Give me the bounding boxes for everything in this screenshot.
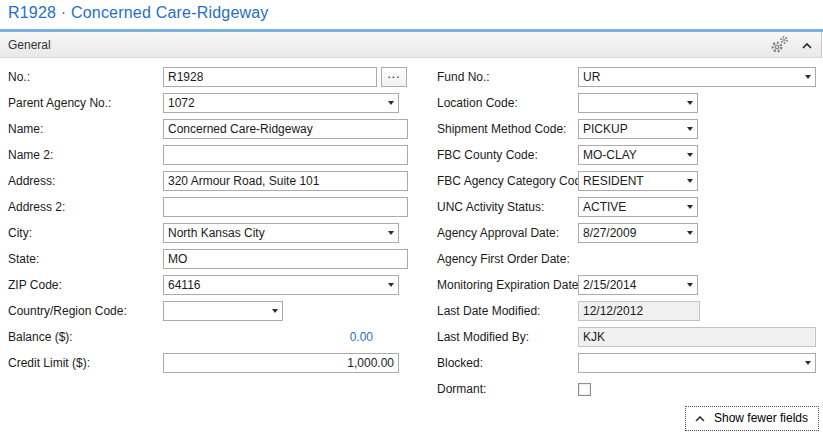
caret-down-icon	[687, 179, 693, 183]
unc-activity-status-dropdown[interactable]: ACTIVE	[578, 197, 698, 217]
monitoring-expiration-date-dropdown[interactable]: 2/15/2014	[578, 275, 698, 295]
last-date-modified-value: 12/12/2012	[583, 304, 643, 318]
monitoring-expiration-date-label: Monitoring Expiration Date:	[437, 278, 578, 292]
no-lookup-button[interactable]: ...	[381, 67, 407, 87]
shipment-method-code-dropdown[interactable]: PICKUP	[578, 119, 698, 139]
fbc-county-code-value: MO-CLAY	[583, 148, 683, 162]
monitoring-expiration-date-value: 2/15/2014	[583, 278, 683, 292]
no-label: No.:	[8, 70, 163, 84]
field-row-city: City: North Kansas City	[8, 220, 410, 246]
field-row-name2: Name 2:	[8, 142, 410, 168]
dormant-label: Dormant:	[437, 382, 578, 396]
field-row-last-modified-by: Last Modified By: KJK	[437, 324, 819, 350]
parent-agency-no-label: Parent Agency No.:	[8, 96, 163, 110]
name-label: Name:	[8, 122, 163, 136]
address2-input[interactable]	[163, 197, 408, 217]
state-input[interactable]	[163, 249, 408, 269]
caret-down-icon	[805, 361, 811, 365]
address2-label: Address 2:	[8, 200, 163, 214]
field-row-name: Name:	[8, 116, 410, 142]
dormant-checkbox[interactable]	[578, 383, 591, 396]
caret-down-icon	[805, 75, 811, 79]
field-row-fund-no: Fund No.: UR	[437, 64, 819, 90]
credit-limit-label: Credit Limit ($):	[8, 356, 163, 370]
shipment-method-code-value: PICKUP	[583, 122, 683, 136]
name2-label: Name 2:	[8, 148, 163, 162]
fbc-agency-category-code-label: FBC Agency Category Code:	[437, 174, 578, 188]
agency-approval-date-dropdown[interactable]: 8/27/2009	[578, 223, 698, 243]
fund-no-value: UR	[583, 70, 801, 84]
field-row-fbc-county-code: FBC County Code: MO-CLAY	[437, 142, 819, 168]
form-column-left: No.: ... Parent Agency No.: 1072 Name: N…	[8, 64, 410, 376]
no-input[interactable]	[163, 67, 377, 87]
fbc-agency-category-code-value: RESIDENT	[583, 174, 683, 188]
shipment-method-code-label: Shipment Method Code:	[437, 122, 578, 136]
caret-down-icon	[687, 153, 693, 157]
location-code-label: Location Code:	[437, 96, 578, 110]
show-fewer-fields-button[interactable]: Show fewer fields	[685, 406, 819, 431]
field-row-address2: Address 2:	[8, 194, 410, 220]
address-label: Address:	[8, 174, 163, 188]
field-row-agency-approval-date: Agency Approval Date: 8/27/2009	[437, 220, 819, 246]
agency-approval-date-label: Agency Approval Date:	[437, 226, 578, 240]
form-column-right: Fund No.: UR Location Code: Shipment Met…	[437, 64, 819, 402]
field-row-balance: Balance ($): 0.00	[8, 324, 410, 350]
unc-activity-status-value: ACTIVE	[583, 200, 683, 214]
address-input[interactable]	[163, 171, 408, 191]
field-row-location-code: Location Code:	[437, 90, 819, 116]
general-fasttab-header[interactable]: General	[0, 32, 822, 58]
caret-down-icon	[388, 283, 394, 287]
gears-icon[interactable]	[769, 35, 790, 54]
city-dropdown[interactable]: North Kansas City	[163, 223, 399, 243]
field-row-state: State:	[8, 246, 410, 272]
last-modified-by-readonly-field: KJK	[578, 327, 816, 347]
caret-down-icon	[687, 101, 693, 105]
city-label: City:	[8, 226, 163, 240]
collapse-fasttab-button[interactable]	[800, 35, 814, 54]
page-title: R1928 · Concerned Care-Ridgeway	[8, 4, 269, 22]
show-fewer-fields-label: Show fewer fields	[714, 411, 808, 425]
field-row-country-region-code: Country/Region Code:	[8, 298, 410, 324]
field-row-dormant: Dormant:	[437, 376, 819, 402]
country-region-code-dropdown[interactable]	[163, 301, 283, 321]
field-row-fbc-agency-category-code: FBC Agency Category Code: RESIDENT	[437, 168, 819, 194]
field-row-unc-activity-status: UNC Activity Status: ACTIVE	[437, 194, 819, 220]
general-fasttab-label: General	[0, 38, 51, 52]
location-code-dropdown[interactable]	[578, 93, 698, 113]
caret-down-icon	[687, 231, 693, 235]
agency-first-order-date-label: Agency First Order Date:	[437, 252, 578, 266]
field-row-no: No.: ...	[8, 64, 410, 90]
caret-down-icon	[388, 231, 394, 235]
city-value: North Kansas City	[168, 226, 384, 240]
fund-no-label: Fund No.:	[437, 70, 578, 84]
zip-code-label: ZIP Code:	[8, 278, 163, 292]
blocked-dropdown[interactable]	[578, 353, 816, 373]
fasttab-header-icons	[769, 35, 821, 54]
blocked-label: Blocked:	[437, 356, 578, 370]
chevron-up-icon	[695, 411, 705, 425]
parent-agency-no-dropdown[interactable]: 1072	[163, 93, 399, 113]
unc-activity-status-label: UNC Activity Status:	[437, 200, 578, 214]
zip-code-dropdown[interactable]: 64116	[163, 275, 399, 295]
field-row-address: Address:	[8, 168, 410, 194]
fund-no-dropdown[interactable]: UR	[578, 67, 816, 87]
balance-value-link[interactable]: 0.00	[163, 330, 373, 344]
chevron-up-icon	[802, 37, 812, 52]
caret-down-icon	[272, 309, 278, 313]
name-input[interactable]	[163, 119, 408, 139]
field-row-monitoring-expiration-date: Monitoring Expiration Date: 2/15/2014	[437, 272, 819, 298]
field-row-blocked: Blocked:	[437, 350, 819, 376]
field-row-credit-limit: Credit Limit ($):	[8, 350, 410, 376]
credit-limit-input[interactable]	[163, 353, 399, 373]
last-date-modified-readonly-field: 12/12/2012	[578, 301, 700, 321]
last-modified-by-value: KJK	[583, 330, 605, 344]
last-date-modified-label: Last Date Modified:	[437, 304, 578, 318]
fbc-agency-category-code-dropdown[interactable]: RESIDENT	[578, 171, 698, 191]
field-row-shipment-method-code: Shipment Method Code: PICKUP	[437, 116, 819, 142]
last-modified-by-label: Last Modified By:	[437, 330, 578, 344]
caret-down-icon	[687, 127, 693, 131]
field-row-last-date-modified: Last Date Modified: 12/12/2012	[437, 298, 819, 324]
name2-input[interactable]	[163, 145, 408, 165]
state-label: State:	[8, 252, 163, 266]
fbc-county-code-dropdown[interactable]: MO-CLAY	[578, 145, 698, 165]
